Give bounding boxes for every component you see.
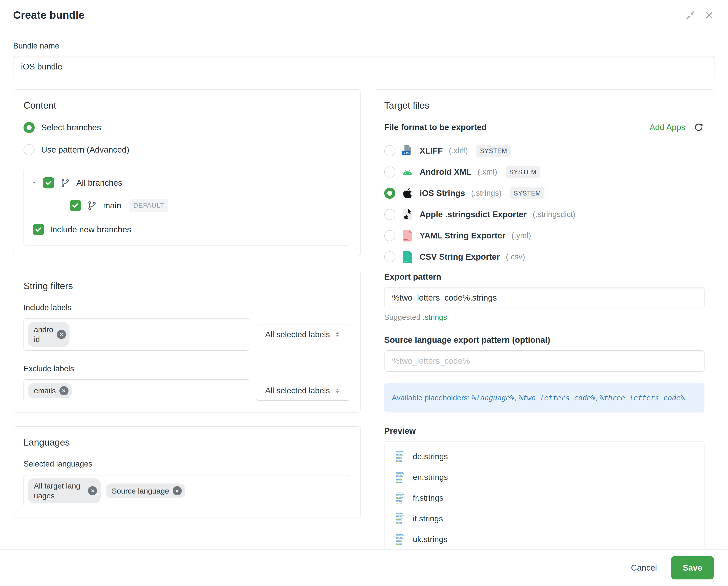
placeholder-code: %three_letters_code% bbox=[600, 394, 685, 402]
dropdown-label: All selected labels bbox=[265, 330, 330, 339]
format-extension: (.csv) bbox=[506, 252, 525, 261]
preview-file-name: uk.strings bbox=[413, 535, 447, 544]
suggested-text: Suggested bbox=[384, 313, 420, 321]
strings-file-icon bbox=[394, 533, 406, 545]
preview-file-row: en.strings bbox=[394, 471, 695, 483]
format-extension: (.xliff) bbox=[449, 146, 468, 155]
radio-icon[interactable] bbox=[384, 145, 395, 156]
refresh-formats-button[interactable] bbox=[693, 122, 704, 133]
system-badge: SYSTEM bbox=[476, 145, 511, 157]
target-files-card: Target files File format to be exported … bbox=[374, 89, 715, 567]
exclude-labels-row: emails All selected labels bbox=[24, 379, 350, 402]
preview-file-name: fr.strings bbox=[413, 493, 443, 503]
format-name: Android XML bbox=[420, 167, 472, 177]
format-extension: (.strings) bbox=[471, 189, 502, 198]
select-arrows-icon bbox=[334, 387, 341, 394]
apple-icon bbox=[401, 187, 413, 199]
radio-icon[interactable] bbox=[384, 230, 395, 241]
format-option-android-xml[interactable]: Android XML (.xml) SYSTEM bbox=[384, 166, 704, 178]
include-labels-mode-dropdown[interactable]: All selected labels bbox=[256, 325, 350, 344]
preview-file-row: uk.strings bbox=[394, 533, 695, 545]
remove-icon bbox=[61, 388, 66, 393]
tag-all-target-languages: All target languages bbox=[28, 478, 101, 503]
source-pattern-input[interactable] bbox=[384, 350, 704, 372]
string-filters-title: String filters bbox=[24, 281, 350, 292]
preview-file-row: de.strings bbox=[394, 451, 695, 463]
modal-header: Create bundle bbox=[0, 0, 728, 30]
modal-body: Bundle name Content Select branches Use … bbox=[0, 30, 728, 567]
format-option-csv-string-exporter[interactable]: csv CSV String Exporter (.csv) bbox=[384, 251, 704, 263]
all-branches-checkbox[interactable] bbox=[43, 177, 54, 188]
add-apps-link[interactable]: Add Apps bbox=[650, 123, 685, 132]
system-badge: SYSTEM bbox=[506, 166, 540, 178]
radio-icon[interactable] bbox=[24, 144, 35, 155]
remove-tag-button[interactable] bbox=[173, 486, 182, 495]
remove-tag-button[interactable] bbox=[59, 386, 69, 395]
radio-icon[interactable] bbox=[384, 209, 395, 220]
format-option-yaml-string-exporter[interactable]: YML YAML String Exporter (.yml) bbox=[384, 230, 704, 242]
exclude-labels-label: Exclude labels bbox=[24, 364, 350, 373]
close-button[interactable] bbox=[704, 9, 715, 21]
exclude-labels-input[interactable]: emails bbox=[24, 379, 249, 402]
format-extension: (.yml) bbox=[511, 231, 531, 240]
radio-label: Use pattern (Advanced) bbox=[41, 145, 129, 155]
stringsdict-file-icon bbox=[401, 208, 413, 220]
git-branch-icon bbox=[60, 178, 70, 188]
exclude-labels-mode-dropdown[interactable]: All selected labels bbox=[256, 381, 350, 401]
radio-select-branches[interactable]: Select branches bbox=[24, 122, 350, 133]
export-pattern-input[interactable] bbox=[384, 287, 704, 309]
strings-file-icon bbox=[394, 471, 406, 483]
content-card: Content Select branches Use pattern (Adv… bbox=[13, 89, 361, 257]
cancel-button[interactable]: Cancel bbox=[631, 563, 657, 572]
tree-row-main: main DEFAULT bbox=[70, 199, 343, 212]
main-branch-label: main bbox=[103, 201, 121, 210]
collapse-button[interactable] bbox=[684, 9, 696, 21]
remove-tag-button[interactable] bbox=[57, 330, 66, 339]
radio-icon[interactable] bbox=[384, 251, 395, 262]
string-filters-card: String filters Include labels android Al… bbox=[13, 270, 361, 413]
save-button[interactable]: Save bbox=[671, 556, 714, 580]
main-branch-checkbox[interactable] bbox=[70, 200, 81, 211]
select-arrows-icon bbox=[334, 331, 341, 338]
remove-icon bbox=[90, 488, 95, 493]
bundle-name-input[interactable] bbox=[13, 56, 715, 77]
selected-languages-input[interactable]: All target languages Source language bbox=[24, 475, 350, 507]
caret-down-icon[interactable] bbox=[31, 180, 37, 186]
include-new-branches-checkbox[interactable] bbox=[33, 224, 44, 235]
bundle-name-label: Bundle name bbox=[13, 42, 715, 51]
check-icon bbox=[72, 202, 79, 209]
left-column: Content Select branches Use pattern (Adv… bbox=[13, 89, 361, 518]
remove-tag-button[interactable] bbox=[88, 486, 97, 495]
tree-row-all-branches: All branches bbox=[31, 177, 343, 188]
selected-languages-label: Selected languages bbox=[24, 459, 350, 469]
radio-icon[interactable] bbox=[24, 122, 35, 133]
placeholders-codes: %language%, %two_letters_code%, %three_l… bbox=[472, 394, 687, 402]
modal-footer: Cancel Save bbox=[0, 550, 728, 586]
format-name: CSV String Exporter bbox=[420, 252, 500, 262]
format-name: Apple .stringsdict Exporter bbox=[420, 210, 527, 219]
refresh-icon bbox=[694, 123, 703, 132]
format-option-apple-stringsdict-exporter[interactable]: Apple .stringsdict Exporter (.stringsdic… bbox=[384, 208, 704, 220]
remove-icon bbox=[175, 488, 179, 493]
placeholders-prefix: Available placeholders: bbox=[392, 394, 470, 402]
tag-label: android bbox=[34, 325, 53, 344]
format-option-xliff[interactable]: XLIFF XLIFF (.xliff) SYSTEM bbox=[384, 145, 704, 157]
remove-icon bbox=[59, 332, 64, 337]
android-icon bbox=[401, 166, 413, 178]
include-new-branches-label: Include new branches bbox=[50, 225, 131, 234]
radio-icon[interactable] bbox=[384, 166, 395, 178]
svg-text:YML: YML bbox=[404, 238, 409, 241]
collapse-icon bbox=[685, 10, 695, 20]
include-labels-input[interactable]: android bbox=[24, 318, 249, 351]
tag-label: All target languages bbox=[34, 481, 84, 501]
all-branches-label: All branches bbox=[76, 178, 122, 188]
format-option-ios-strings[interactable]: iOS Strings (.strings) SYSTEM bbox=[384, 187, 704, 199]
radio-icon[interactable] bbox=[384, 188, 395, 199]
preview-box: de.strings en.strings fr.strings it.stri… bbox=[384, 441, 704, 556]
tag-android: android bbox=[28, 322, 70, 347]
content-title: Content bbox=[24, 100, 350, 111]
include-labels-row: android All selected labels bbox=[24, 318, 350, 351]
target-files-title: Target files bbox=[384, 100, 704, 111]
radio-use-pattern[interactable]: Use pattern (Advanced) bbox=[24, 144, 350, 155]
suggested-strings-link[interactable]: .strings bbox=[423, 313, 447, 321]
